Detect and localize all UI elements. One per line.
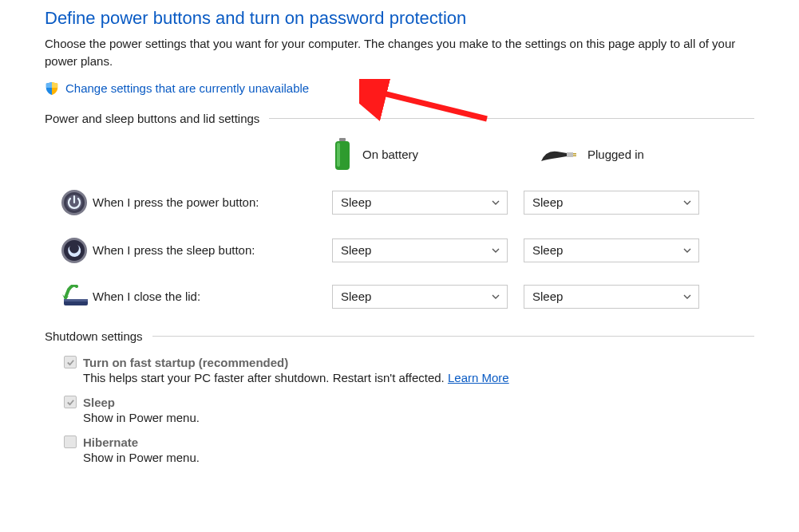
select-value: Sleep (341, 195, 371, 209)
chevron-down-icon (682, 292, 692, 301)
power-button-plugged-select[interactable]: Sleep (524, 191, 699, 215)
check-icon (66, 358, 75, 367)
power-button-battery-select[interactable]: Sleep (332, 191, 508, 215)
sleep-icon (61, 237, 88, 264)
plug-icon (540, 145, 578, 164)
checkbox-sub: This helps start your PC faster after sh… (83, 371, 754, 384)
checkbox-item-fast-startup: Turn on fast startup (recommended) This … (64, 356, 754, 384)
lid-icon (61, 285, 91, 309)
checkbox-label: Hibernate (83, 435, 138, 449)
checkbox-sub: Show in Power menu. (83, 451, 754, 464)
row-label: When I press the sleep button: (93, 243, 332, 257)
column-header-battery: On battery (332, 138, 524, 171)
svg-rect-0 (339, 138, 346, 141)
page-title: Define power buttons and turn on passwor… (45, 8, 754, 29)
row-sleep-button: When I press the sleep button: Sleep Sle… (45, 237, 754, 264)
checkbox-item-sleep: Sleep Show in Power menu. (64, 396, 754, 424)
row-label: When I press the power button: (93, 195, 332, 209)
sub-text: This helps start your PC faster after sh… (83, 371, 448, 384)
checkbox-label: Sleep (83, 396, 115, 409)
battery-icon (332, 138, 353, 171)
section-title-power-sleep: Power and sleep buttons and lid settings (45, 112, 259, 125)
select-value: Sleep (341, 290, 371, 303)
select-value: Sleep (532, 195, 563, 209)
sleep-button-plugged-select[interactable]: Sleep (524, 238, 699, 262)
checkbox-label: Turn on fast startup (recommended) (83, 356, 288, 369)
fast-startup-checkbox[interactable] (64, 356, 77, 368)
svg-rect-4 (573, 153, 576, 155)
chevron-down-icon (491, 198, 500, 207)
divider (152, 336, 754, 337)
select-value: Sleep (341, 243, 371, 257)
hibernate-checkbox[interactable] (64, 435, 77, 448)
column-header-plugged: Plugged in (540, 145, 731, 164)
chevron-down-icon (491, 246, 500, 255)
checkbox-item-hibernate: Hibernate Show in Power menu. (64, 435, 754, 464)
row-power-button: When I press the power button: Sleep Sle… (45, 189, 754, 216)
column-label-battery: On battery (362, 148, 418, 161)
svg-rect-5 (573, 155, 576, 156)
lid-plugged-select[interactable]: Sleep (524, 285, 699, 309)
select-value: Sleep (532, 290, 563, 303)
column-label-plugged: Plugged in (587, 148, 644, 161)
shield-icon (45, 81, 59, 96)
learn-more-link[interactable]: Learn More (448, 371, 509, 384)
checkbox-sub: Show in Power menu. (83, 411, 754, 424)
chevron-down-icon (491, 292, 500, 301)
change-settings-link[interactable]: Change settings that are currently unava… (65, 81, 309, 95)
svg-rect-3 (567, 152, 573, 157)
chevron-down-icon (682, 198, 692, 207)
section-title-shutdown: Shutdown settings (45, 329, 143, 343)
svg-rect-2 (337, 143, 340, 167)
chevron-down-icon (682, 246, 692, 255)
row-lid: When I close the lid: Sleep Sleep (45, 285, 754, 309)
row-label: When I close the lid: (93, 290, 332, 303)
svg-point-10 (64, 240, 85, 261)
power-icon (61, 189, 88, 216)
check-icon (66, 398, 75, 407)
sleep-button-battery-select[interactable]: Sleep (332, 238, 508, 262)
lid-battery-select[interactable]: Sleep (332, 285, 508, 309)
select-value: Sleep (532, 243, 563, 257)
sleep-checkbox[interactable] (64, 396, 77, 408)
divider (269, 118, 754, 119)
page-description: Choose the power settings that you want … (45, 35, 739, 70)
svg-rect-12 (64, 299, 88, 301)
